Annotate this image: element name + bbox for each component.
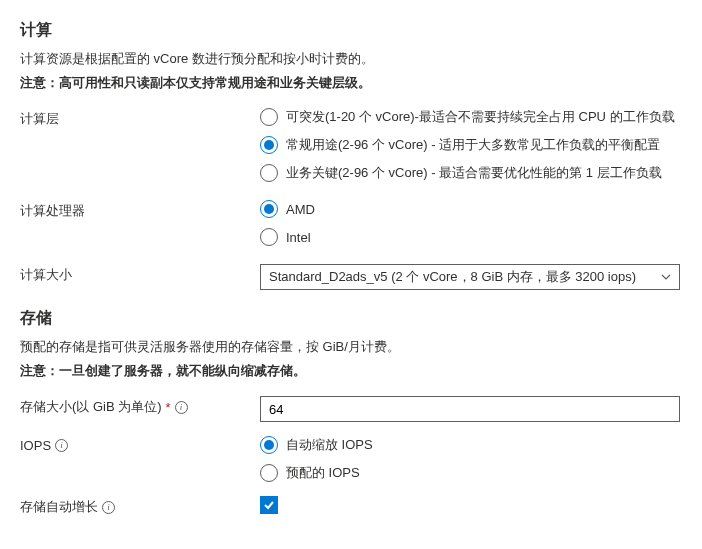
storage-size-label: 存储大小(以 GiB 为单位) * bbox=[20, 396, 260, 416]
compute-tier-general-label: 常规用途(2-96 个 vCore) - 适用于大多数常见工作负载的平衡配置 bbox=[286, 136, 660, 154]
storage-size-input[interactable] bbox=[260, 396, 680, 422]
storage-autogrow-label: 存储自动增长 bbox=[20, 496, 260, 516]
compute-size-label: 计算大小 bbox=[20, 264, 260, 284]
iops-label-text: IOPS bbox=[20, 438, 51, 453]
storage-note-label: 注意： bbox=[20, 363, 59, 378]
storage-section-title: 存储 bbox=[20, 308, 682, 329]
iops-label: IOPS bbox=[20, 436, 260, 453]
storage-desc: 预配的存储是指可供灵活服务器使用的存储容量，按 GiB/月计费。 bbox=[20, 337, 682, 357]
iops-radio-group: 自动缩放 IOPS 预配的 IOPS bbox=[260, 436, 680, 482]
compute-section-title: 计算 bbox=[20, 20, 682, 41]
compute-processor-amd-label: AMD bbox=[286, 202, 315, 217]
compute-tier-business-label: 业务关键(2-96 个 vCore) - 最适合需要优化性能的第 1 层工作负载 bbox=[286, 164, 662, 182]
compute-processor-amd[interactable]: AMD bbox=[260, 200, 680, 218]
compute-tier-business[interactable]: 业务关键(2-96 个 vCore) - 最适合需要优化性能的第 1 层工作负载 bbox=[260, 164, 680, 182]
radio-icon bbox=[260, 108, 278, 126]
radio-icon bbox=[260, 200, 278, 218]
compute-tier-label-text: 计算层 bbox=[20, 110, 59, 128]
radio-icon bbox=[260, 436, 278, 454]
chevron-down-icon bbox=[661, 272, 671, 282]
storage-note-text: 一旦创建了服务器，就不能纵向缩减存储。 bbox=[59, 363, 306, 378]
compute-tier-general[interactable]: 常规用途(2-96 个 vCore) - 适用于大多数常见工作负载的平衡配置 bbox=[260, 136, 680, 154]
compute-tier-label: 计算层 bbox=[20, 108, 260, 128]
compute-note: 注意：高可用性和只读副本仅支持常规用途和业务关键层级。 bbox=[20, 73, 682, 93]
compute-processor-intel-label: Intel bbox=[286, 230, 311, 245]
storage-autogrow-label-text: 存储自动增长 bbox=[20, 498, 98, 516]
info-icon[interactable] bbox=[175, 401, 188, 414]
storage-size-label-text: 存储大小(以 GiB 为单位) bbox=[20, 398, 162, 416]
storage-note: 注意：一旦创建了服务器，就不能纵向缩减存储。 bbox=[20, 361, 682, 381]
compute-processor-radio-group: AMD Intel bbox=[260, 200, 680, 246]
compute-tier-burstable[interactable]: 可突发(1-20 个 vCore)-最适合不需要持续完全占用 CPU 的工作负载 bbox=[260, 108, 680, 126]
radio-icon bbox=[260, 464, 278, 482]
compute-processor-label: 计算处理器 bbox=[20, 200, 260, 220]
compute-size-dropdown[interactable]: Standard_D2ads_v5 (2 个 vCore，8 GiB 内存，最多… bbox=[260, 264, 680, 290]
compute-note-text: 高可用性和只读副本仅支持常规用途和业务关键层级。 bbox=[59, 75, 371, 90]
radio-icon bbox=[260, 136, 278, 154]
info-icon[interactable] bbox=[102, 501, 115, 514]
info-icon[interactable] bbox=[55, 439, 68, 452]
storage-autogrow-checkbox[interactable] bbox=[260, 496, 278, 514]
compute-processor-intel[interactable]: Intel bbox=[260, 228, 680, 246]
iops-auto-label: 自动缩放 IOPS bbox=[286, 436, 373, 454]
iops-provisioned-label: 预配的 IOPS bbox=[286, 464, 360, 482]
compute-tier-burstable-label: 可突发(1-20 个 vCore)-最适合不需要持续完全占用 CPU 的工作负载 bbox=[286, 108, 675, 126]
compute-tier-radio-group: 可突发(1-20 个 vCore)-最适合不需要持续完全占用 CPU 的工作负载… bbox=[260, 108, 680, 182]
compute-note-label: 注意： bbox=[20, 75, 59, 90]
compute-size-value: Standard_D2ads_v5 (2 个 vCore，8 GiB 内存，最多… bbox=[269, 268, 636, 286]
compute-size-label-text: 计算大小 bbox=[20, 266, 72, 284]
iops-auto[interactable]: 自动缩放 IOPS bbox=[260, 436, 680, 454]
required-star-icon: * bbox=[166, 400, 171, 415]
compute-processor-label-text: 计算处理器 bbox=[20, 202, 85, 220]
compute-desc: 计算资源是根据配置的 vCore 数进行预分配和按小时计费的。 bbox=[20, 49, 682, 69]
radio-icon bbox=[260, 164, 278, 182]
radio-icon bbox=[260, 228, 278, 246]
iops-provisioned[interactable]: 预配的 IOPS bbox=[260, 464, 680, 482]
